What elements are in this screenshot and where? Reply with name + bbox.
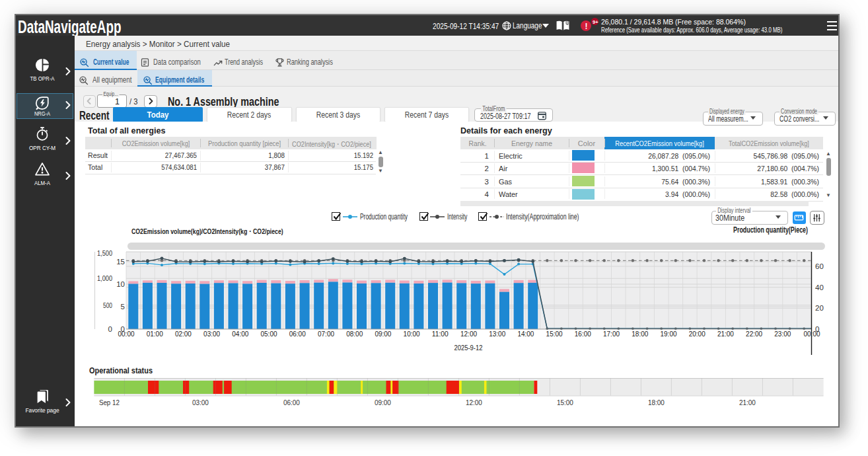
svg-text:03:00: 03:00	[192, 399, 209, 406]
svg-text:18:00: 18:00	[648, 399, 665, 406]
svg-text:21:00: 21:00	[739, 399, 756, 406]
svg-text:Sep 12: Sep 12	[99, 399, 120, 406]
svg-text:12:00: 12:00	[466, 399, 482, 406]
svg-text:06:00: 06:00	[283, 399, 300, 406]
svg-text:15:00: 15:00	[557, 399, 573, 406]
svg-text:09:00: 09:00	[375, 399, 391, 406]
